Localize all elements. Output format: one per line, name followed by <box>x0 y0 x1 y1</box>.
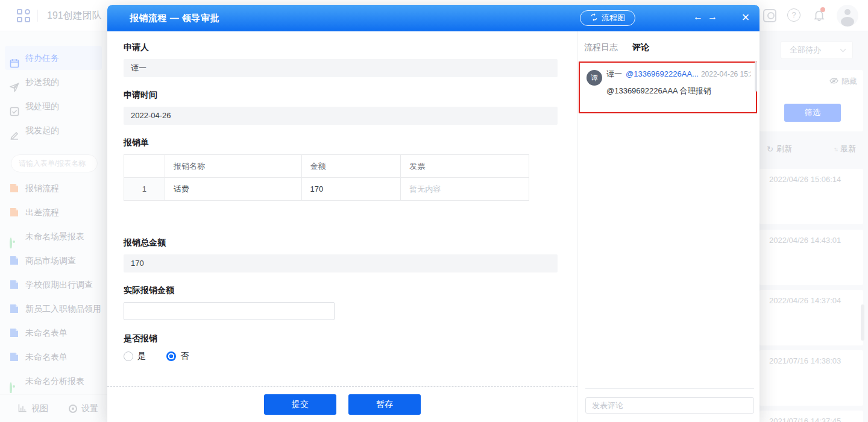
flowchart-label: 流程图 <box>602 13 625 24</box>
submit-button[interactable]: 提交 <box>264 394 336 415</box>
amount-cell: 170 <box>301 178 401 201</box>
field-label: 报销总金额 <box>124 238 577 248</box>
modal-header: 报销流程 — 领导审批 流程图 ← → × <box>107 5 760 31</box>
side-panel: 流程日志 评论 谭 谭一@13369692226AA...2022-04-26 … <box>577 31 760 422</box>
flow-icon <box>590 13 598 23</box>
flowchart-button[interactable]: 流程图 <box>580 10 635 26</box>
table-row: 1 话费 170 暂无内容 <box>124 178 529 201</box>
applicant-field: 谭一 <box>124 59 558 77</box>
radio-label: 否 <box>180 351 189 362</box>
field-label: 是否报销 <box>124 333 577 344</box>
table-header-row: 报销名称 金额 发票 <box>124 155 529 178</box>
field-label: 实际报销金额 <box>124 285 577 296</box>
app-window: 191创建团队 ? 待办任务 <box>0 0 868 422</box>
comment-timestamp: 2022-04-26 15:38:56 <box>701 70 751 78</box>
col-header: 发票 <box>401 155 529 178</box>
form-footer: 提交 暂存 <box>107 386 577 422</box>
approval-form: 申请人 谭一 申请时间 2022-04-26 报销单 报销名称 金额 发票 1 … <box>107 31 577 422</box>
tab-comments[interactable]: 评论 <box>632 42 649 60</box>
row-index: 1 <box>124 178 165 201</box>
invoice-cell: 暂无内容 <box>401 178 529 201</box>
expense-table: 报销名称 金额 发票 1 话费 170 暂无内容 <box>124 154 529 201</box>
field-label: 申请人 <box>124 42 577 53</box>
comment-avatar: 谭 <box>587 70 602 86</box>
modal-title: 报销流程 — 领导审批 <box>130 13 219 24</box>
comment-author: 谭一 <box>606 69 622 78</box>
close-icon[interactable]: × <box>737 8 755 27</box>
next-record-arrow[interactable]: → <box>708 11 717 22</box>
col-header <box>124 155 165 178</box>
expense-name-cell: 话费 <box>165 178 301 201</box>
radio-icon[interactable] <box>124 351 133 361</box>
panel-tabs: 流程日志 评论 <box>578 31 760 60</box>
comment-item-highlighted[interactable]: 谭 谭一@13369692226AA...2022-04-26 15:38:56… <box>579 61 757 113</box>
save-draft-button[interactable]: 暂存 <box>348 394 421 415</box>
apply-time-field: 2022-04-26 <box>124 107 558 125</box>
col-header: 报销名称 <box>165 155 301 178</box>
radio-option-no[interactable]: 否 <box>166 351 189 362</box>
mention-link[interactable]: @13369692226AA... <box>626 69 699 78</box>
radio-option-yes[interactable]: 是 <box>124 351 146 362</box>
prev-record-arrow[interactable]: ← <box>693 11 703 22</box>
radio-label: 是 <box>137 351 146 362</box>
actual-amount-input[interactable] <box>124 302 335 320</box>
col-header: 金额 <box>301 155 401 178</box>
comment-body: @13369692226AAA 合理报销 <box>606 86 751 96</box>
field-label: 申请时间 <box>124 90 577 101</box>
tab-process-log[interactable]: 流程日志 <box>584 42 618 60</box>
comment-input[interactable] <box>585 397 754 414</box>
reimburse-radio-group: 是 否 <box>124 351 577 362</box>
panel-scrollbar-thumb[interactable] <box>755 61 757 92</box>
comment-input-area <box>585 388 754 414</box>
radio-icon-checked[interactable] <box>166 351 176 361</box>
total-amount-field: 170 <box>124 254 558 272</box>
field-label: 报销单 <box>124 137 577 148</box>
approval-modal: 报销流程 — 领导审批 流程图 ← → × 申请人 谭一 申请时间 2022-0… <box>107 5 760 422</box>
